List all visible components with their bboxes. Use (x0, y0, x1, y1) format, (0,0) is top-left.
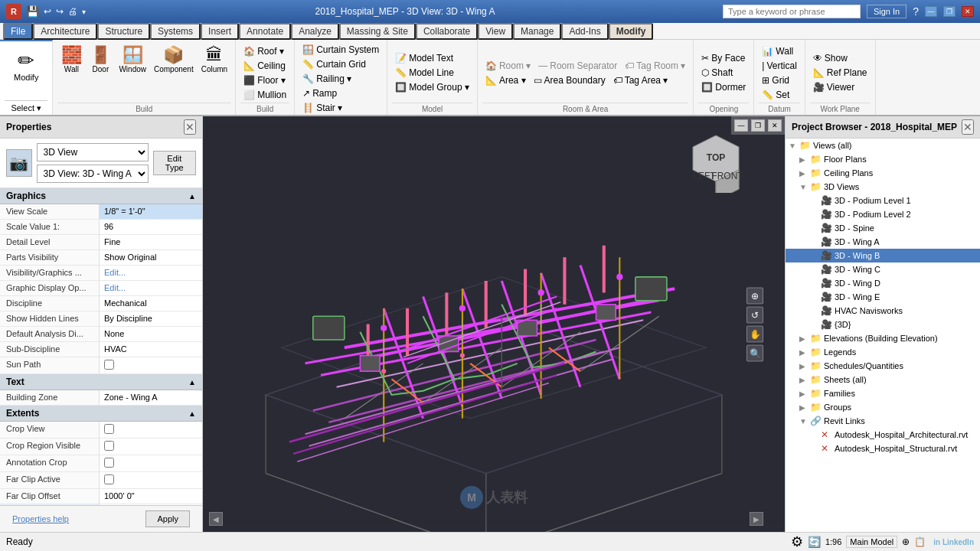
edit-type-btn[interactable]: Edit Type (153, 151, 196, 175)
view-name-dropdown[interactable]: 3D View: 3D - Wing A (37, 165, 149, 183)
tag-room-btn[interactable]: 🏷Tag Room ▾ (622, 59, 688, 73)
tree-legends[interactable]: ▶ 📁 Legends (786, 345, 980, 359)
search-input[interactable] (723, 5, 861, 18)
undo-btn[interactable]: ↩ (42, 5, 53, 18)
tree-3d-podium-1[interactable]: 🎥 3D - Podium Level 1 (786, 194, 980, 207)
crop-region-checkbox[interactable] (104, 441, 114, 451)
datum-vertical-btn[interactable]: |Vertical (759, 59, 799, 73)
tree-3d-wing-c[interactable]: 🎥 3D - Wing C (786, 262, 980, 276)
graphics-section-header[interactable]: Graphics ▲ (0, 188, 202, 204)
model-line-btn[interactable]: 📏Model Line (392, 66, 457, 80)
tree-3d-views[interactable]: ▼ 📁 3D Views (786, 180, 980, 194)
viewer-btn[interactable]: 🎥Viewer (810, 80, 858, 94)
room-separator-btn[interactable]: —Room Separator (535, 59, 620, 73)
tree-3d-default[interactable]: 🎥 {3D} (786, 318, 980, 331)
tree-3d-podium-2[interactable]: 🎥 3D - Podium Level 2 (786, 207, 980, 221)
ramp-btn[interactable]: ↗Ramp (299, 86, 340, 100)
menu-structure[interactable]: Structure (97, 23, 150, 40)
crop-view-checkbox[interactable] (104, 424, 114, 434)
by-face-btn[interactable]: ✂By Face (698, 51, 748, 65)
worksets-icon[interactable]: 📋 (914, 536, 926, 547)
project-browser-close[interactable]: ✕ (962, 119, 974, 135)
menu-massing[interactable]: Massing & Site (339, 23, 416, 40)
viewport-minimize[interactable]: — (734, 119, 748, 132)
quick-save[interactable]: 💾 (24, 5, 41, 18)
close-btn[interactable]: ✕ (962, 6, 974, 17)
component-btn[interactable]: 📦 Component (151, 43, 197, 76)
properties-help-link[interactable]: Properties help (6, 511, 75, 527)
stair-btn[interactable]: 🪜Stair ▾ (299, 101, 345, 115)
extents-section-header[interactable]: Extents ▲ (0, 406, 202, 422)
dormer-btn[interactable]: 🔲Dormer (698, 80, 749, 94)
pan-btn[interactable]: ✋ (746, 325, 763, 342)
floor-btn[interactable]: ⬛Floor ▾ (240, 73, 289, 87)
text-section-header[interactable]: Text ▲ (0, 374, 202, 390)
room-btn[interactable]: 🏠Room ▾ (482, 59, 534, 73)
show-btn[interactable]: 👁Show (810, 51, 851, 65)
viewport-close[interactable]: ✕ (768, 119, 782, 132)
menu-file[interactable]: File (3, 23, 33, 40)
properties-close[interactable]: ✕ (184, 119, 196, 135)
window-btn[interactable]: 🪟 Window (116, 43, 149, 76)
mullion-btn[interactable]: ⬜Mullion (240, 88, 289, 102)
area-btn[interactable]: 📐Area ▾ (482, 73, 529, 87)
qa-dropdown[interactable]: ▾ (80, 5, 87, 18)
view-type-dropdown[interactable]: 3D View (37, 143, 149, 161)
modify-btn[interactable]: ✏ Modify (8, 47, 44, 83)
viewcube[interactable]: TOP FRONT LEFT (685, 132, 746, 193)
tree-3d-wing-d[interactable]: 🎥 3D - Wing D (786, 276, 980, 290)
tree-views-all[interactable]: ▼ 📁 Views (all) (786, 139, 980, 152)
shaft-btn[interactable]: ⬡Shaft (698, 66, 736, 80)
area-boundary-btn[interactable]: ▭Area Boundary (531, 73, 609, 87)
roof-btn[interactable]: 🏠Roof ▾ (240, 44, 287, 58)
sun-path-checkbox[interactable] (104, 360, 114, 370)
help-btn[interactable]: ? (913, 5, 919, 18)
tree-schedules[interactable]: ▶ 📁 Schedules/Quantities (786, 359, 980, 373)
datum-grid-btn[interactable]: ⊞Grid (759, 73, 792, 87)
print-btn[interactable]: 🖨 (67, 5, 79, 18)
tree-link-struct[interactable]: ✕ Autodesk_Hospital_Structural.rvt (786, 442, 980, 455)
redo-btn[interactable]: ↪ (54, 5, 65, 18)
restore-btn[interactable]: ❐ (943, 6, 956, 17)
sign-in-btn[interactable]: Sign In (867, 5, 906, 18)
railing-btn[interactable]: 🔧Railing ▾ (299, 72, 354, 86)
tree-3d-wing-e[interactable]: 🎥 3D - Wing E (786, 290, 980, 304)
active-workset[interactable]: Main Model (846, 536, 897, 548)
ceiling-btn[interactable]: 📐Ceiling (240, 59, 289, 73)
viewport-scroll-right[interactable]: ▶ (750, 512, 763, 526)
menu-modify[interactable]: Modify (609, 23, 654, 40)
tree-families[interactable]: ▶ 📁 Families (786, 386, 980, 400)
menu-architecture[interactable]: Architecture (33, 23, 97, 40)
menu-annotate[interactable]: Annotate (239, 23, 291, 40)
door-btn[interactable]: 🚪 Door (87, 43, 114, 76)
menu-addins[interactable]: Add-Ins (561, 23, 608, 40)
annotation-crop-checkbox[interactable] (104, 458, 114, 468)
tree-link-arch[interactable]: ✕ Autodesk_Hospital_Architectural.rvt (786, 428, 980, 442)
menu-view[interactable]: View (478, 23, 513, 40)
tag-area-btn[interactable]: 🏷Tag Area ▾ (610, 73, 671, 87)
zoom-fit-btn[interactable]: ⊕ (746, 287, 763, 304)
design-options-icon[interactable]: ⊕ (902, 536, 910, 547)
column-btn[interactable]: 🏛 Column (198, 43, 230, 76)
viewport-scroll-left[interactable]: ◀ (209, 512, 223, 526)
tree-revit-links[interactable]: ▼ 🔗 Revit Links (786, 414, 980, 428)
tree-elevations[interactable]: ▶ 📁 Elevations (Building Elevation) (786, 331, 980, 345)
ref-plane-btn[interactable]: 📐Ref Plane (810, 66, 871, 80)
tree-hvac-navisworks[interactable]: 🎥 HVAC Navisworks (786, 304, 980, 318)
3d-viewport[interactable]: — ❐ ✕ (203, 116, 785, 532)
sync-icon[interactable]: 🔄 (808, 536, 821, 548)
menu-systems[interactable]: Systems (150, 23, 201, 40)
datum-wall-btn[interactable]: 📊Wall (759, 44, 796, 58)
menu-analyze[interactable]: Analyze (291, 23, 339, 40)
zoom-btn[interactable]: 🔍 (746, 344, 763, 361)
viewport-restore[interactable]: ❐ (751, 119, 765, 132)
wall-btn[interactable]: 🧱 Wall (57, 43, 85, 76)
curtain-system-btn[interactable]: 🪟Curtain System (299, 43, 382, 57)
tree-sheets[interactable]: ▶ 📁 Sheets (all) (786, 373, 980, 386)
apply-btn[interactable]: Apply (145, 510, 190, 527)
tree-3d-wing-a[interactable]: 🎥 3D - Wing A (786, 235, 980, 249)
model-text-btn[interactable]: 📝Model Text (392, 51, 456, 65)
far-clip-checkbox[interactable] (104, 474, 114, 484)
minimize-btn[interactable]: — (925, 6, 937, 17)
menu-manage[interactable]: Manage (513, 23, 561, 40)
